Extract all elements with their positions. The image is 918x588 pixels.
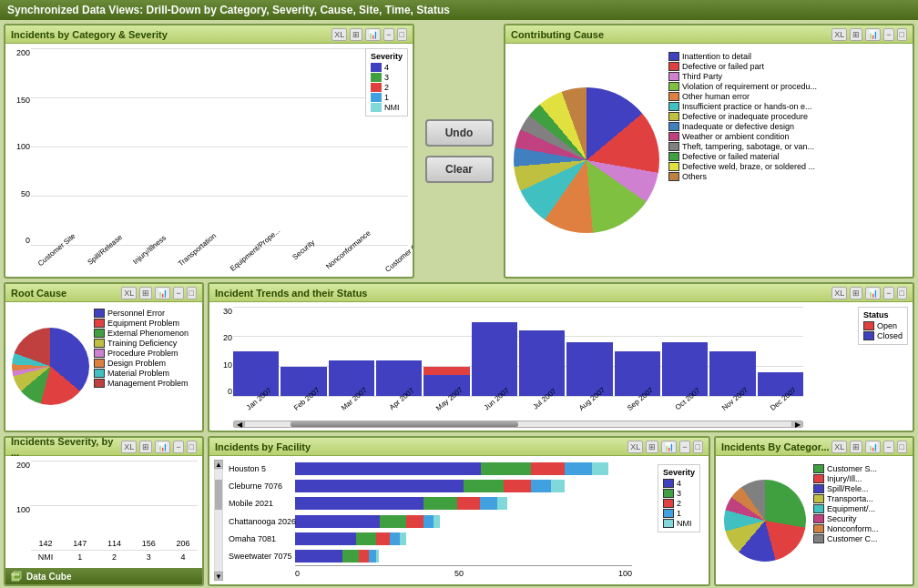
- chart-icon-it[interactable]: 📊: [865, 287, 881, 299]
- maximize-icon-rc[interactable]: □: [187, 287, 197, 299]
- chart-icon-rc[interactable]: 📊: [155, 287, 170, 299]
- scroll-right[interactable]: ▶: [791, 421, 802, 427]
- sev-bar-1[interactable]: 147: [66, 539, 95, 550]
- y-label-150: 150: [16, 96, 30, 105]
- sev-bar-3[interactable]: 156: [134, 539, 163, 550]
- panel-root-cause: Root Cause XL ⊞ 📊 − □ Personnel Error Eq…: [4, 282, 204, 432]
- trend-scroll-thumb[interactable]: [291, 421, 518, 427]
- facility-row-chattanooga[interactable]: Chattanooga 2026: [295, 515, 632, 528]
- trend-y-30: 30: [223, 307, 232, 316]
- xl-icon-if[interactable]: XL: [627, 441, 643, 453]
- chart-icon-cc[interactable]: 📊: [865, 28, 881, 41]
- copy-icon[interactable]: ⊞: [350, 28, 362, 41]
- trend-bar-jan[interactable]: [233, 351, 279, 396]
- legend-cat-transport: Transporta...: [813, 494, 909, 503]
- sev-bar-nmi[interactable]: 142: [31, 539, 60, 550]
- xl-icon-ibc[interactable]: XL: [831, 441, 847, 453]
- minimize-icon-is[interactable]: −: [173, 441, 183, 453]
- pie-root-cause[interactable]: [9, 306, 91, 427]
- copy-icon-cc[interactable]: ⊞: [850, 28, 862, 41]
- legend-third-party: Third Party: [668, 72, 909, 81]
- legend-incidents-by-category: Customer S... Injury/Ill... Spill/Rele..…: [813, 460, 909, 581]
- legend-external-phenomenon: External Phenomenon: [94, 329, 199, 338]
- trend-bar-oct[interactable]: [662, 342, 708, 396]
- maximize-icon-is[interactable]: □: [187, 441, 197, 453]
- facility-row-cleburne[interactable]: Cleburne 7076: [295, 480, 632, 492]
- trend-bar-sep[interactable]: [615, 351, 660, 396]
- minimize-icon-rc[interactable]: −: [173, 287, 183, 299]
- scroll-track[interactable]: [214, 469, 223, 572]
- panel-header-incident-trends: Incident Trends and their Status XL ⊞ 📊 …: [209, 284, 913, 302]
- trend-bar-jun[interactable]: [472, 322, 517, 396]
- pie-contributing-cause[interactable]: [509, 47, 664, 273]
- panel-header-incidents-severity: Incidents Severity, by ... XL ⊞ 📊 − □: [5, 438, 202, 456]
- chart-icon-if[interactable]: 📊: [661, 441, 677, 453]
- trend-bar-jul[interactable]: [519, 330, 565, 396]
- minimize-icon-cc[interactable]: −: [883, 28, 893, 41]
- chart-icon-ibc[interactable]: 📊: [865, 441, 881, 453]
- facility-row-houston[interactable]: Houston 5: [295, 462, 632, 475]
- facility-scrollbar[interactable]: ▲ ▼: [213, 460, 224, 581]
- facility-x-axis-line: [295, 565, 632, 566]
- sev-bar-2[interactable]: 114: [100, 539, 129, 550]
- chart-icon-is[interactable]: 📊: [155, 441, 170, 453]
- sev-bar-4[interactable]: 206: [168, 539, 198, 550]
- copy-icon-if[interactable]: ⊞: [646, 441, 658, 453]
- trend-bar-aug[interactable]: [566, 342, 612, 396]
- legend-personnel-error: Personnel Error: [94, 309, 199, 318]
- title-text: Synchronized Data Views: Drill-Down by C…: [7, 4, 450, 16]
- copy-icon-ibc[interactable]: ⊞: [850, 441, 862, 453]
- xl-icon[interactable]: XL: [332, 28, 347, 41]
- panel-body-contributing-cause: Inattention to detail Defective or faile…: [505, 44, 913, 277]
- scroll-left[interactable]: ◀: [234, 421, 245, 427]
- panel-header-category-severity: Incidents by Category & Severity XL ⊞ 📊 …: [5, 25, 413, 44]
- panel-body-root-cause: Personnel Error Equipment Problem Extern…: [5, 302, 202, 431]
- legend-root-cause: Personnel Error Equipment Problem Extern…: [94, 306, 199, 427]
- pie-incidents-by-category[interactable]: [719, 460, 811, 581]
- scroll-up[interactable]: ▲: [214, 460, 223, 469]
- legend-severity: Severity 4 3 2 1 NMI: [365, 48, 408, 117]
- facility-label-chattanooga: Chattanooga 2026: [229, 517, 296, 526]
- panel-header-incidents-by-category: Incidents By Categor... XL ⊞ 📊 − □: [716, 438, 913, 456]
- panel-contributing-cause: Contributing Cause XL ⊞ 📊 − □ Inattentio…: [504, 24, 914, 279]
- copy-icon-rc[interactable]: ⊞: [139, 287, 152, 299]
- panel-icons-contributing-cause: XL ⊞ 📊 − □: [831, 28, 907, 41]
- minimize-icon-it[interactable]: −: [883, 287, 893, 299]
- trend-bar-nov[interactable]: [709, 351, 755, 396]
- legend-nmi: NMI: [371, 103, 403, 112]
- facility-row-sweetwater[interactable]: Sweetwater 7075: [295, 550, 632, 563]
- copy-icon-it[interactable]: ⊞: [850, 287, 862, 299]
- maximize-icon[interactable]: □: [397, 28, 407, 41]
- facility-label-sweetwater: Sweetwater 7075: [229, 552, 292, 561]
- copy-icon-is[interactable]: ⊞: [139, 441, 152, 453]
- xl-icon-is[interactable]: XL: [121, 441, 137, 453]
- minimize-icon-if[interactable]: −: [679, 441, 689, 453]
- trend-y-10: 10: [223, 360, 232, 370]
- legend-cat-spill: Spill/Rele...: [813, 484, 909, 493]
- maximize-icon-if[interactable]: □: [693, 441, 703, 453]
- trend-bar-apr[interactable]: [376, 360, 422, 396]
- chart-icon[interactable]: 📊: [365, 28, 381, 41]
- maximize-icon-ibc[interactable]: □: [897, 441, 907, 453]
- facility-label-omaha: Omaha 7081: [229, 534, 276, 543]
- legend-defective-weld: Defective weld, braze, or soldered ...: [668, 162, 909, 171]
- xl-icon-cc[interactable]: XL: [831, 28, 847, 41]
- facility-row-mobile[interactable]: Mobile 2021: [295, 497, 632, 510]
- xl-icon-it[interactable]: XL: [831, 287, 847, 299]
- legend-closed: Closed: [863, 331, 903, 340]
- minimize-icon[interactable]: −: [383, 28, 393, 41]
- legend-violation: Violation of requirement or procedu...: [668, 82, 909, 91]
- xl-icon-rc[interactable]: XL: [121, 287, 137, 299]
- undo-button[interactable]: Undo: [425, 119, 494, 147]
- maximize-icon-cc[interactable]: □: [897, 28, 907, 41]
- trend-scrollbar[interactable]: ◀ ▶: [233, 421, 803, 428]
- legend-weather: Weather or ambient condition: [668, 132, 909, 141]
- scroll-down[interactable]: ▼: [214, 572, 223, 581]
- facility-row-omaha[interactable]: Omaha 7081: [295, 532, 632, 545]
- data-cube-button[interactable]: Data Cube: [5, 568, 202, 584]
- minimize-icon-ibc[interactable]: −: [883, 441, 893, 453]
- scroll-thumb-v[interactable]: [215, 480, 222, 510]
- maximize-icon-it[interactable]: □: [897, 287, 907, 299]
- clear-button[interactable]: Clear: [425, 156, 494, 183]
- y-label-50: 50: [21, 189, 30, 198]
